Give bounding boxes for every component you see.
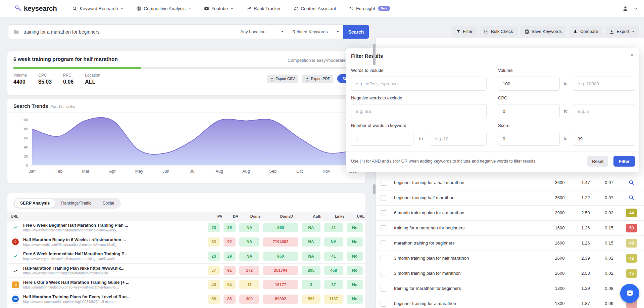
tab-serp-analysis[interactable]: SERP Analysis	[15, 199, 55, 208]
volume-min-input[interactable]	[498, 77, 560, 91]
keyword-row[interactable]: 3 month training plan for half marathon1…	[376, 251, 644, 266]
export-pdf-button[interactable]: Export PDF	[302, 75, 333, 83]
brand-logo[interactable]: keysearch	[14, 4, 57, 12]
keyword-type-select[interactable]: Related Keywords	[288, 25, 343, 39]
words-include-input[interactable]	[351, 77, 487, 91]
keyword-row[interactable]: 6 month training plan for a marathon2900…	[376, 205, 644, 220]
competition-bar	[13, 67, 359, 69]
stat-ppc: PPC0.06	[63, 73, 73, 85]
result-url[interactable]: https://www.reddit.com/r/firstmarathon/c…	[23, 243, 126, 247]
results-toolbar: Filter Bulk Check Save Keywords Compare …	[452, 26, 639, 37]
search-input[interactable]	[23, 25, 236, 39]
export-button[interactable]: Export	[605, 26, 639, 37]
keyword-checkbox[interactable]	[381, 210, 386, 216]
analyze-search-icon[interactable]	[629, 180, 634, 185]
keyword-row[interactable]: 3 month training plan for marathon16002.…	[376, 266, 644, 281]
select-caret-icon	[336, 30, 339, 33]
nav-label: Content Assistant	[301, 6, 336, 11]
nav-foresight[interactable]: Foresight Beta	[349, 6, 390, 11]
apply-filter-button[interactable]: Filter	[613, 156, 635, 167]
volume-label: Volume	[498, 68, 512, 73]
to-label: to	[564, 108, 567, 114]
keyword-text: 6 month training plan for a marathon	[394, 210, 464, 215]
result-title[interactable]: Free 6 Week Intermediate Half Marathon T…	[23, 252, 127, 256]
cpc-min-input[interactable]	[498, 104, 560, 118]
keyword-row[interactable]: marathon training for beginners16001.260…	[376, 235, 644, 251]
keyword-checkbox[interactable]	[381, 271, 386, 276]
nav-account	[623, 0, 638, 17]
score-badge: 44	[626, 209, 637, 217]
keyword-checkbox[interactable]	[381, 256, 386, 261]
filter-button[interactable]: Filter	[452, 26, 477, 37]
serp-result-row[interactable]: Here's Our 6 Week Half Marathon Training…	[7, 278, 365, 292]
nav-competitive-analysis[interactable]: Competitive Analysis	[136, 6, 191, 11]
result-url[interactable]: https://www.runnersworld.com/training/a2…	[23, 300, 130, 304]
compare-button[interactable]: Compare	[569, 26, 602, 37]
score-min-input[interactable]	[498, 132, 560, 146]
to-label: to	[419, 136, 423, 141]
chevron-down-icon	[188, 7, 191, 10]
result-title[interactable]: Half-Marathon Training Plan Nike https:/…	[23, 266, 125, 271]
scrollbar-thumb[interactable]	[373, 184, 376, 194]
result-url[interactable]: https://www.mymottiv.com/half-marathon-t…	[23, 228, 128, 232]
result-title[interactable]: Here's Our 6 Week Half Marathon Training…	[23, 280, 129, 285]
score-max-input[interactable]	[573, 132, 635, 146]
reset-button[interactable]: Reset	[587, 156, 608, 167]
user-icon[interactable]	[623, 6, 628, 11]
chat-widget-button[interactable]	[620, 284, 639, 303]
keyword-row[interactable]: training for a marathon for beginners160…	[376, 220, 644, 235]
result-url[interactable]: https://www.mymottiv.com/half-marathon-t…	[23, 257, 127, 261]
keyword-checkbox[interactable]	[381, 301, 386, 307]
keyword-cpc: 1.29	[572, 286, 599, 291]
close-icon[interactable]: ×	[630, 52, 634, 58]
result-title[interactable]: Half Marathon Ready in 6 Weeks : r/first…	[23, 237, 126, 242]
search-button[interactable]: Search	[343, 25, 369, 39]
scrollbar-thumb[interactable]	[373, 44, 376, 65]
negative-words-input[interactable]	[351, 104, 487, 118]
nav-rank-tracker[interactable]: Rank Tracker	[246, 6, 281, 11]
cpc-max-input[interactable]	[573, 104, 635, 118]
serp-result-row[interactable]: Half Marathon Ready in 6 Weeks : r/first…	[7, 235, 365, 250]
tab-rankings-traffic[interactable]: Rankings/Traffic	[56, 199, 97, 208]
keyword-row[interactable]: beginner training for a half marathon360…	[376, 175, 644, 190]
serp-result-row[interactable]: Free 6 Week Intermediate Half Marathon T…	[7, 249, 365, 264]
keyword-checkbox[interactable]	[381, 286, 386, 292]
serp-result-row[interactable]: Half-Marathon Training Plan Nike https:/…	[7, 264, 365, 278]
keyword-row[interactable]: beginner training half marathon36001.220…	[376, 190, 644, 205]
keyword-checkbox[interactable]	[381, 195, 386, 201]
nav-youtube[interactable]: Youtube	[204, 6, 234, 11]
keyword-checkbox[interactable]	[381, 240, 386, 246]
bulk-check-button[interactable]: Bulk Check	[480, 26, 517, 37]
tab-social[interactable]: Social	[97, 199, 119, 208]
save-keywords-button[interactable]: Save Keywords	[520, 26, 566, 37]
keyword-volume: 1300	[546, 301, 573, 306]
word-count-min-input[interactable]	[351, 132, 413, 146]
site-favicon	[11, 223, 20, 232]
serp-result-row[interactable]: Free 6 Week Beginner Half Marathon Train…	[7, 221, 365, 235]
location-select[interactable]: Any Location	[236, 25, 288, 39]
nav-keyword-research[interactable]: Keyword Research	[72, 6, 123, 11]
keyword-checkbox[interactable]	[381, 225, 386, 231]
result-url[interactable]: https://www.nike.com/running/half-marath…	[23, 271, 125, 275]
keyword-row[interactable]: training for marathon for beginners13001…	[376, 281, 644, 296]
export-csv-button[interactable]: Export CSV	[267, 75, 298, 83]
stat-cpc: CPC$5.03	[38, 73, 52, 85]
nav-content-assistant[interactable]: Content Assistant	[293, 6, 336, 11]
account-chevron-icon[interactable]	[634, 6, 638, 11]
metric-badge: NA	[302, 223, 320, 232]
volume-max-input[interactable]	[573, 77, 635, 91]
result-title[interactable]: Free 6 Week Beginner Half Marathon Train…	[23, 223, 128, 228]
word-count-max-input[interactable]	[430, 132, 487, 146]
keyword-row[interactable]: beginner training for a marathon13001.87…	[376, 296, 644, 308]
serp-result-row[interactable]: 8 Week Half Marathon Training Program | …	[7, 306, 365, 308]
serp-result-row[interactable]: RWHalf Marathon Training Plans for Every…	[7, 292, 365, 307]
result-url[interactable]: https://marathonhandbook.com/6-week-half…	[23, 285, 129, 289]
analyze-search-icon[interactable]	[629, 195, 634, 201]
serp-tabs: SERP Analysis Rankings/Traffic Social	[13, 198, 121, 209]
chevron-down-icon	[120, 7, 123, 10]
result-title[interactable]: Half Marathon Training Plans for Every L…	[23, 295, 130, 299]
keyword-checkbox[interactable]	[381, 180, 386, 186]
target-icon	[136, 6, 141, 11]
metric-badge: NA	[302, 252, 320, 261]
keyword-text: 3 month training plan for marathon	[394, 271, 461, 276]
